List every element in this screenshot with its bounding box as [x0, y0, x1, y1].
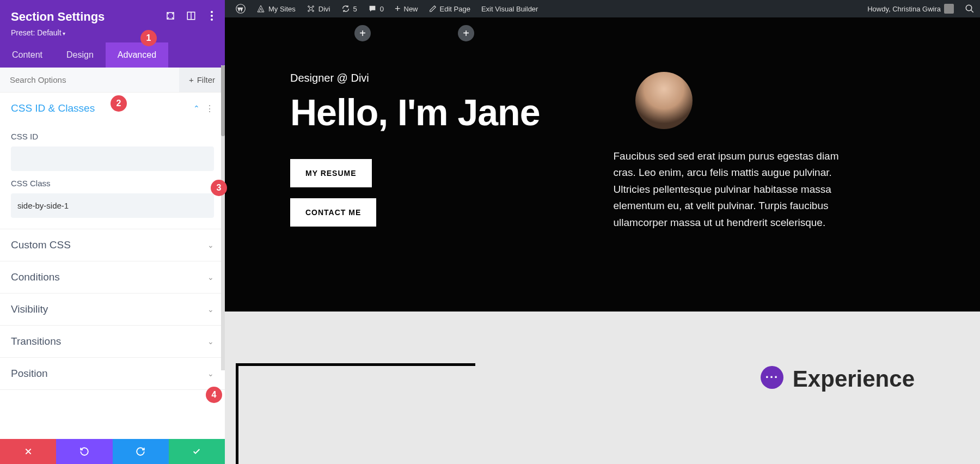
search-input[interactable]: [0, 68, 179, 92]
cancel-button[interactable]: [0, 439, 56, 464]
redo-button[interactable]: [113, 439, 169, 464]
svg-point-9: [309, 7, 312, 10]
group-visibility[interactable]: Visibility ⌄: [0, 294, 225, 325]
more-icon[interactable]: [207, 11, 217, 21]
search-row: + Filter: [0, 68, 225, 93]
chevron-down-icon: ⌄: [207, 273, 214, 282]
group-transitions[interactable]: Transitions ⌄: [0, 326, 225, 357]
bio-text: Faucibus sed sed erat ipsum purus egesta…: [614, 148, 853, 231]
svg-line-15: [971, 10, 973, 13]
howdy-link[interactable]: Howdy, Christina Gwira: [862, 0, 959, 17]
scrollbar[interactable]: [221, 65, 225, 370]
experience-heading: Experience: [793, 366, 915, 392]
add-row-button[interactable]: +: [458, 25, 474, 41]
plus-icon: +: [189, 75, 194, 84]
filter-button[interactable]: + Filter: [179, 68, 225, 92]
svg-point-13: [313, 10, 314, 12]
css-id-input[interactable]: [11, 146, 214, 171]
undo-button[interactable]: [56, 439, 112, 464]
group-conditions[interactable]: Conditions ⌄: [0, 261, 225, 293]
annotation-3: 3: [211, 180, 227, 196]
svg-point-10: [308, 6, 310, 8]
group-position[interactable]: Position ⌄: [0, 358, 225, 389]
panel-body: CSS ID & Classes ⌃ ⋮ CSS ID CSS Class Cu…: [0, 93, 225, 439]
avatar-thumb: [944, 4, 954, 14]
contact-button[interactable]: CONTACT ME: [290, 198, 376, 227]
scroll-thumb[interactable]: [221, 65, 225, 136]
panel-footer: [0, 439, 225, 464]
divi-fab-button[interactable]: ···: [761, 366, 783, 389]
svg-point-11: [313, 6, 314, 8]
tab-advanced[interactable]: Advanced: [106, 42, 168, 68]
svg-point-3: [211, 11, 213, 13]
updates-link[interactable]: 5: [336, 0, 363, 17]
expand-icon[interactable]: [166, 11, 175, 21]
more-icon[interactable]: ⋮: [205, 103, 214, 114]
chevron-down-icon: ⌄: [207, 305, 214, 314]
annotation-4: 4: [206, 387, 222, 403]
preset-selector[interactable]: Preset: Default: [11, 28, 214, 37]
comments-link[interactable]: 0: [363, 0, 389, 17]
chevron-down-icon: ⌄: [207, 337, 214, 346]
svg-point-14: [966, 5, 972, 11]
resume-button[interactable]: MY RESUME: [290, 159, 372, 187]
experience-section: Experience: [225, 312, 980, 333]
decorative-bracket: [236, 363, 475, 464]
group-custom-css[interactable]: Custom CSS ⌄: [0, 229, 225, 261]
svg-point-12: [308, 10, 310, 12]
settings-panel: Section Settings Preset: Default Content…: [0, 0, 225, 464]
save-button[interactable]: [169, 439, 225, 464]
annotation-1: 1: [140, 30, 157, 46]
my-sites-link[interactable]: My Sites: [251, 0, 301, 17]
svg-point-4: [211, 15, 213, 17]
panel-tabs: Content Design Advanced: [0, 42, 225, 68]
page-canvas: My Sites Divi 5 0 + New Edit Page Exit V…: [225, 0, 980, 464]
profile-avatar: [635, 72, 693, 129]
subtitle-text: Designer @ Divi: [290, 72, 592, 84]
annotation-2: 2: [111, 95, 127, 112]
tab-content[interactable]: Content: [0, 42, 54, 68]
css-class-label: CSS Class: [11, 179, 214, 188]
headline-text: Hello, I'm Jane: [290, 93, 592, 132]
svg-point-5: [211, 19, 213, 21]
wp-adminbar: My Sites Divi 5 0 + New Edit Page Exit V…: [225, 0, 980, 17]
tab-design[interactable]: Design: [54, 42, 106, 68]
hero-section: + + Designer @ Divi Hello, I'm Jane MY R…: [225, 17, 980, 312]
chevron-up-icon: ⌃: [193, 104, 200, 113]
layout-icon[interactable]: [186, 11, 196, 21]
add-row-button[interactable]: +: [354, 25, 371, 41]
wp-logo[interactable]: [230, 0, 251, 17]
css-class-input[interactable]: [11, 193, 214, 218]
site-name-link[interactable]: Divi: [301, 0, 336, 17]
new-link[interactable]: + New: [389, 0, 424, 17]
panel-header: Section Settings Preset: Default: [0, 0, 225, 42]
edit-page-link[interactable]: Edit Page: [424, 0, 476, 17]
search-icon[interactable]: [965, 4, 975, 14]
chevron-down-icon: ⌄: [207, 369, 214, 378]
exit-vb-link[interactable]: Exit Visual Builder: [476, 0, 544, 17]
chevron-down-icon: ⌄: [207, 241, 214, 249]
css-id-label: CSS ID: [11, 132, 214, 141]
